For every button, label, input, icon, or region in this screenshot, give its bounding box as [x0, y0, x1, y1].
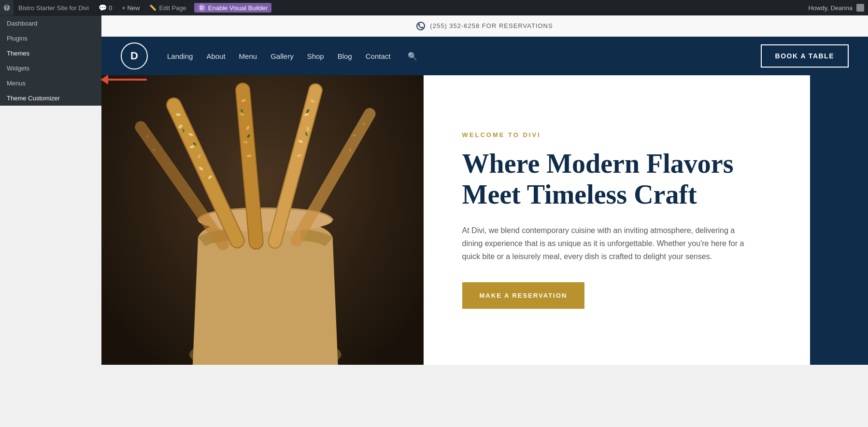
- comments-button[interactable]: 💬 0: [94, 0, 117, 15]
- hero-content: WELCOME TO DIVI Where Modern Flavors Mee…: [424, 75, 868, 365]
- user-avatar: [856, 4, 864, 12]
- nav-gallery[interactable]: Gallery: [270, 52, 294, 60]
- website-preview: 📞 (255) 352-6258 FOR RESERVATIONS D Land…: [101, 15, 868, 365]
- site-logo[interactable]: D: [121, 42, 148, 69]
- wordpress-icon: [4, 3, 10, 13]
- hero-section: WELCOME TO DIVI Where Modern Flavors Mee…: [101, 75, 868, 365]
- nav-blog[interactable]: Blog: [338, 52, 352, 60]
- nav-menu[interactable]: Menu: [239, 52, 257, 60]
- phone-icon: 📞: [416, 22, 425, 30]
- wp-logo-button[interactable]: Dashboard Plugins Themes Widgets Menus T…: [0, 0, 14, 15]
- site-title-bar[interactable]: Bistro Starter Site for Divi: [14, 0, 94, 15]
- nav-shop[interactable]: Shop: [307, 52, 324, 60]
- admin-bar: Dashboard Plugins Themes Widgets Menus T…: [0, 0, 868, 15]
- svg-point-35: [353, 135, 356, 137]
- hero-description: At Divi, we blend contemporary cuisine w…: [462, 224, 752, 263]
- svg-rect-13: [183, 129, 185, 133]
- dropdown-item-widgets[interactable]: Widgets: [0, 61, 101, 76]
- hero-image: [101, 75, 424, 365]
- dropdown-item-theme-customizer[interactable]: Theme Customizer: [0, 91, 101, 106]
- site-navigation: D Landing About Menu Gallery Shop Blog C…: [101, 37, 868, 75]
- edit-page-button[interactable]: ✏️ Edit Page: [144, 0, 191, 15]
- phone-text: (255) 352-6258 FOR RESERVATIONS: [430, 22, 553, 29]
- dropdown-item-plugins[interactable]: Plugins: [0, 31, 101, 46]
- dropdown-item-themes[interactable]: Themes: [0, 46, 101, 61]
- reservation-button[interactable]: MAKE A RESERVATION: [462, 282, 585, 309]
- pencil-icon: ✏️: [149, 4, 157, 11]
- divi-d-icon: D: [198, 4, 206, 12]
- hero-title: Where Modern Flavors Meet Timeless Craft: [462, 148, 771, 210]
- search-icon[interactable]: 🔍: [408, 52, 417, 61]
- nav-links: Landing About Menu Gallery Shop Blog Con…: [167, 52, 741, 61]
- food-illustration: [101, 75, 424, 365]
- nav-contact[interactable]: Contact: [366, 52, 391, 60]
- dropdown-item-dashboard[interactable]: Dashboard: [0, 16, 101, 31]
- admin-bar-right: Howdy, Deanna: [804, 4, 868, 12]
- comment-icon: 💬: [99, 4, 107, 12]
- enable-visual-builder-button[interactable]: D Enable Visual Builder: [194, 3, 271, 13]
- nav-landing[interactable]: Landing: [167, 52, 193, 60]
- appearance-dropdown: Dashboard Plugins Themes Widgets Menus T…: [0, 15, 101, 106]
- new-content-button[interactable]: + New: [117, 0, 144, 15]
- book-table-button[interactable]: BOOK A TABLE: [761, 44, 849, 68]
- hero-right-background: [810, 75, 868, 365]
- dropdown-item-menus[interactable]: Menus: [0, 76, 101, 91]
- nav-about[interactable]: About: [206, 52, 225, 60]
- welcome-label: WELCOME TO DIVI: [462, 131, 771, 138]
- hero-content-inner: WELCOME TO DIVI Where Modern Flavors Mee…: [462, 131, 771, 309]
- phone-bar: 📞 (255) 352-6258 FOR RESERVATIONS: [101, 15, 868, 37]
- user-menu[interactable]: Howdy, Deanna: [804, 4, 868, 12]
